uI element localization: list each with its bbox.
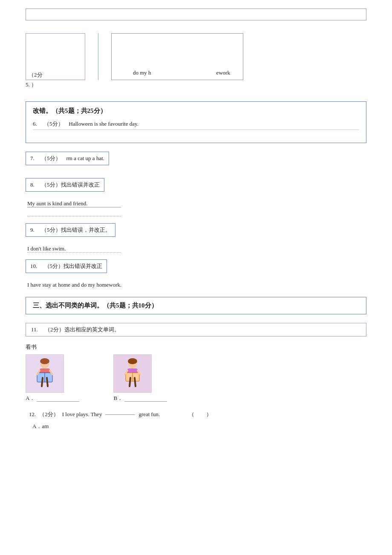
q12-text-after: great fun. bbox=[138, 411, 160, 418]
q6-score: （5分） bbox=[44, 121, 63, 127]
svg-point-1 bbox=[40, 358, 49, 364]
q8-sentence: My aunt is kind and friend. bbox=[27, 200, 121, 207]
q7-text: rm a cat up a hat. bbox=[66, 155, 105, 161]
q6-line: 6. （5分） Halloween is she favourite day. bbox=[33, 120, 359, 130]
q9-score: （5分）找出错误，并改正。 bbox=[41, 227, 111, 233]
q9-box: 9. （5分）找出错误，并改正。 bbox=[26, 223, 115, 237]
option-a-container: A． bbox=[26, 354, 79, 402]
hw-label2: ework bbox=[216, 69, 231, 76]
q7-box: 7. （5分） rm a cat up a hat. bbox=[26, 152, 109, 165]
q12-label: 12. bbox=[29, 411, 36, 418]
q7-score: （5分） bbox=[41, 155, 61, 161]
q7-label: 7. bbox=[30, 155, 35, 161]
q10-score: （5分）找出错误并改正 bbox=[44, 263, 103, 269]
section2-box: 改错。（共5题；共25分） 6. （5分） Halloween is she f… bbox=[26, 101, 366, 143]
q12-row: 12. （2分） I love plays. They great fun. （… bbox=[29, 411, 366, 418]
option-a-input[interactable] bbox=[37, 395, 79, 402]
option-a-letter: A． bbox=[26, 394, 35, 402]
option-a-label-row: A． bbox=[26, 394, 79, 402]
q6-text: Halloween is she favourite day. bbox=[69, 121, 138, 127]
question-9: 9. （5分）找出错误，并改正。 I don't like swim. bbox=[26, 223, 366, 253]
svg-line-16 bbox=[130, 378, 130, 386]
q10-box: 10. （5分）找出错误并改正 bbox=[26, 259, 107, 273]
bracket-close: ） bbox=[206, 411, 212, 418]
q12-blank bbox=[105, 414, 135, 415]
option-b-container: B． bbox=[113, 354, 167, 402]
question-7: 7. （5分） rm a cat up a hat. bbox=[26, 152, 366, 171]
q8-label: 8. bbox=[30, 181, 35, 188]
q11-label: 11. bbox=[31, 326, 38, 333]
svg-line-8 bbox=[47, 378, 48, 386]
option-b-letter: B． bbox=[113, 394, 123, 402]
vertical-divider bbox=[98, 33, 98, 80]
q6-label: 6. bbox=[33, 121, 37, 127]
q12-bracket: （ ） bbox=[189, 411, 212, 418]
question-10: 10. （5分）找出错误并改正 I have stay at home and … bbox=[26, 259, 366, 288]
image-section: （2分 5. ） do my h ework bbox=[26, 33, 366, 89]
q10-sentence: I have stay at home and do my homework. bbox=[27, 282, 121, 288]
option-b-input[interactable] bbox=[124, 395, 167, 402]
q11-box: 11. （2分）选出相应的英文单词。 bbox=[26, 323, 366, 336]
section3-box: 三、选出不同类的单词。（共5题；共10分） bbox=[26, 297, 366, 314]
option-b-image bbox=[113, 354, 152, 393]
q12-score: （2分） bbox=[39, 411, 59, 418]
question-8: 8. （5分）找出错误并改正 My aunt is kind and frien… bbox=[26, 178, 366, 216]
right-image-box: do my h ework bbox=[111, 33, 243, 80]
svg-line-17 bbox=[135, 378, 135, 386]
q11-score: （2分）选出相应的英文单词。 bbox=[45, 326, 120, 333]
image-options-row: A． B． bbox=[26, 354, 366, 402]
q5-label: 5. ） bbox=[26, 81, 85, 89]
option-b-label-row: B． bbox=[113, 394, 167, 402]
section3-title: 三、选出不同类的单词。（共5题；共10分） bbox=[33, 302, 359, 310]
q8-answer-line bbox=[27, 209, 121, 216]
question-11: 11. （2分）选出相应的英文单词。 看书 bbox=[26, 323, 366, 402]
q10-sentence-row: I have stay at home and do my homework. bbox=[27, 282, 366, 288]
hw-label: do my h bbox=[133, 69, 151, 76]
q10-label: 10. bbox=[30, 263, 37, 269]
question-12: 12. （2分） I love plays. They great fun. （… bbox=[29, 411, 366, 430]
score-label: （2分 bbox=[29, 71, 43, 79]
svg-point-10 bbox=[128, 358, 137, 364]
q12-text-before: I love plays. They bbox=[62, 411, 102, 418]
question-6: 6. （5分） Halloween is she favourite day. bbox=[33, 120, 359, 130]
left-image-box: （2分 bbox=[26, 33, 85, 80]
q9-sentence-row: I don't like swim. bbox=[27, 245, 366, 253]
q8-score: （5分）找出错误并改正 bbox=[41, 181, 100, 188]
bracket-open: （ bbox=[189, 411, 194, 418]
q9-label: 9. bbox=[30, 227, 35, 233]
option-a-image bbox=[26, 354, 64, 393]
q12-choice-a: A．am bbox=[32, 423, 366, 430]
kanshu-label: 看书 bbox=[26, 343, 366, 351]
top-line-box bbox=[26, 9, 366, 20]
q8-box: 8. （5分）找出错误并改正 bbox=[26, 178, 104, 192]
q9-sentence: I don't like swim. bbox=[27, 245, 121, 253]
section2-title: 改错。（共5题；共25分） bbox=[33, 107, 359, 115]
q8-sentence-row: My aunt is kind and friend. bbox=[27, 200, 366, 207]
svg-line-7 bbox=[42, 378, 43, 386]
